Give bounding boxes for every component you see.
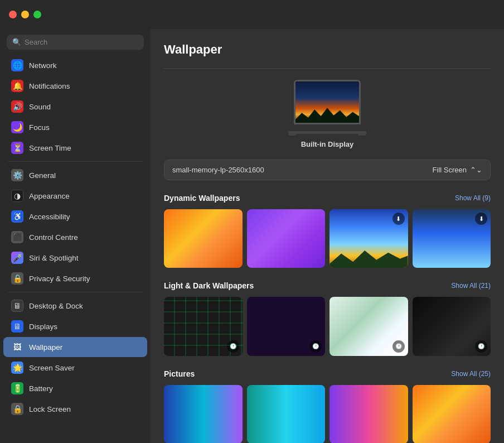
sidebar-item-label-privacy: Privacy & Security xyxy=(29,275,90,283)
search-input[interactable] xyxy=(25,38,138,46)
sidebar-item-sound[interactable]: 🔊 Sound xyxy=(3,97,147,117)
sidebar-item-accessibility[interactable]: ♿ Accessibility xyxy=(3,206,147,227)
display-label: Built-in Display xyxy=(301,140,354,148)
laptop-icon xyxy=(288,80,366,136)
sidebar: 🔍 🌐 Network 🔔 Notifications 🔊 Sound 🌙 Fo… xyxy=(0,29,151,443)
appearance-icon: ◑ xyxy=(11,190,23,202)
sidebar-item-privacy[interactable]: 🔒 Privacy & Security xyxy=(3,268,147,288)
screentime-icon: ⏳ xyxy=(11,142,23,154)
maximize-button[interactable] xyxy=(33,11,41,18)
main-content: Wallpaper Built-in Display small-memory-… xyxy=(151,29,504,443)
sidebar-item-network[interactable]: 🌐 Network xyxy=(3,55,147,75)
titlebar xyxy=(0,0,504,29)
close-button[interactable] xyxy=(9,11,17,18)
screensaver-icon: 🌟 xyxy=(11,362,23,374)
download-badge: ⬇ xyxy=(392,213,405,225)
sidebar-item-label-network: Network xyxy=(29,61,57,70)
sidebar-item-controlcentre[interactable]: ⬛ Control Centre xyxy=(3,227,147,247)
section-show-all-dynamic[interactable]: Show All (9) xyxy=(455,194,491,202)
sidebar-item-siri[interactable]: 🎤 Siri & Spotlight xyxy=(3,248,147,268)
time-badge: 🕐 xyxy=(475,340,487,353)
sidebar-item-label-siri: Siri & Spotlight xyxy=(29,254,79,262)
screen-trees xyxy=(295,106,359,123)
sidebar-item-label-battery: Battery xyxy=(29,384,53,393)
sidebar-item-focus[interactable]: 🌙 Focus xyxy=(3,117,147,137)
laptop-screen xyxy=(294,80,361,124)
privacy-icon: 🔒 xyxy=(11,272,23,285)
sidebar-item-screentime[interactable]: ⏳ Screen Time xyxy=(3,138,147,158)
controlcentre-icon: ⬛ xyxy=(11,231,23,243)
section-show-all-pictures[interactable]: Show All (25) xyxy=(451,370,491,378)
section-lightdark: Light & Dark Wallpapers Show All (21) 🕐🕐… xyxy=(164,281,491,355)
time-badge: 🕐 xyxy=(392,340,405,353)
download-badge: ⬇ xyxy=(475,213,487,225)
screen-landscape xyxy=(295,81,359,123)
section-show-all-lightdark[interactable]: Show All (21) xyxy=(451,282,491,290)
time-badge: 🕐 xyxy=(309,340,322,353)
sidebar-item-label-sound: Sound xyxy=(29,103,51,111)
wallpaper-thumb-p3[interactable] xyxy=(329,385,408,443)
sidebar-item-label-displays: Displays xyxy=(29,322,57,331)
wallpaper-thumb-ld2[interactable]: 🕐 xyxy=(247,297,326,355)
network-icon: 🌐 xyxy=(11,59,23,71)
notifications-icon: 🔔 xyxy=(11,80,23,92)
wallpaper-name: small-memory-lp-2560x1600 xyxy=(172,166,264,174)
sidebar-item-label-screensaver: Screen Saver xyxy=(29,364,75,372)
sidebar-divider-2 xyxy=(8,292,143,292)
search-icon: 🔍 xyxy=(12,38,21,46)
sidebar-item-appearance[interactable]: ◑ Appearance xyxy=(3,186,147,206)
wallpaper-mode[interactable]: Fill Screen ⌃⌄ xyxy=(433,166,482,174)
sidebar-item-label-general: General xyxy=(29,171,56,180)
laptop-base xyxy=(288,131,366,136)
sidebar-item-label-screentime: Screen Time xyxy=(29,144,71,152)
accessibility-icon: ♿ xyxy=(11,210,23,223)
battery-icon: 🔋 xyxy=(11,382,23,394)
sidebar-item-label-wallpaper: Wallpaper xyxy=(29,343,62,351)
sidebar-item-label-focus: Focus xyxy=(29,123,50,132)
sidebar-item-lockscreen[interactable]: 🔒 Lock Screen xyxy=(3,399,147,419)
sidebar-item-desktop[interactable]: 🖥 Desktop & Dock xyxy=(3,296,147,316)
wallpaper-thumb-dw3[interactable]: ⬇ xyxy=(329,209,408,268)
wallpaper-selector[interactable]: small-memory-lp-2560x1600 Fill Screen ⌃⌄ xyxy=(164,160,491,180)
sidebar-item-battery[interactable]: 🔋 Battery xyxy=(3,378,147,398)
wallpaper-thumb-dw4[interactable]: ⬇ xyxy=(413,209,491,268)
display-preview: Built-in Display xyxy=(164,80,491,148)
wallpaper-thumb-p4[interactable] xyxy=(413,385,491,443)
wallpaper-icon: 🖼 xyxy=(11,341,23,353)
section-title-dynamic: Dynamic Wallpapers xyxy=(164,194,240,203)
section-title-pictures: Pictures xyxy=(164,369,195,378)
sidebar-item-label-lockscreen: Lock Screen xyxy=(29,405,71,413)
sidebar-item-label-desktop: Desktop & Dock xyxy=(29,302,83,310)
wallpaper-thumb-dw2[interactable] xyxy=(247,209,326,268)
sidebar-item-general[interactable]: ⚙️ General xyxy=(3,165,147,185)
sidebar-item-displays[interactable]: 🖥 Displays xyxy=(3,316,147,336)
siri-icon: 🎤 xyxy=(11,252,23,264)
chevron-icon: ⌃⌄ xyxy=(470,166,482,174)
sidebar-item-screensaver[interactable]: 🌟 Screen Saver xyxy=(3,358,147,378)
wallpaper-thumb-ld3[interactable]: 🕐 xyxy=(329,297,408,355)
wallpaper-thumb-ld1[interactable]: 🕐 xyxy=(164,297,243,355)
sidebar-item-label-appearance: Appearance xyxy=(29,192,70,200)
traffic-lights xyxy=(9,11,41,18)
lockscreen-icon: 🔒 xyxy=(11,403,23,415)
wallpaper-thumb-p2[interactable] xyxy=(247,385,326,443)
section-title-lightdark: Light & Dark Wallpapers xyxy=(164,281,254,290)
sidebar-item-label-notifications: Notifications xyxy=(29,82,70,90)
sidebar-divider-1 xyxy=(8,161,143,162)
sidebar-item-label-accessibility: Accessibility xyxy=(29,213,70,221)
wallpaper-mode-label: Fill Screen xyxy=(433,166,467,174)
minimize-button[interactable] xyxy=(21,11,29,18)
wallpaper-thumb-ld4[interactable]: 🕐 xyxy=(413,297,491,355)
search-box[interactable]: 🔍 xyxy=(7,35,144,50)
sidebar-item-notifications[interactable]: 🔔 Notifications xyxy=(3,76,147,96)
sidebar-item-wallpaper[interactable]: 🖼 Wallpaper xyxy=(3,337,147,357)
focus-icon: 🌙 xyxy=(11,121,23,133)
section-dynamic: Dynamic Wallpapers Show All (9) ⬇⬇ xyxy=(164,194,491,268)
sound-icon: 🔊 xyxy=(11,100,23,113)
wallpaper-thumb-dw1[interactable] xyxy=(164,209,243,268)
page-title: Wallpaper xyxy=(164,42,491,57)
main-divider xyxy=(164,68,491,69)
wallpaper-thumb-p1[interactable] xyxy=(164,385,243,443)
time-badge: 🕐 xyxy=(227,340,239,353)
general-icon: ⚙️ xyxy=(11,169,23,181)
